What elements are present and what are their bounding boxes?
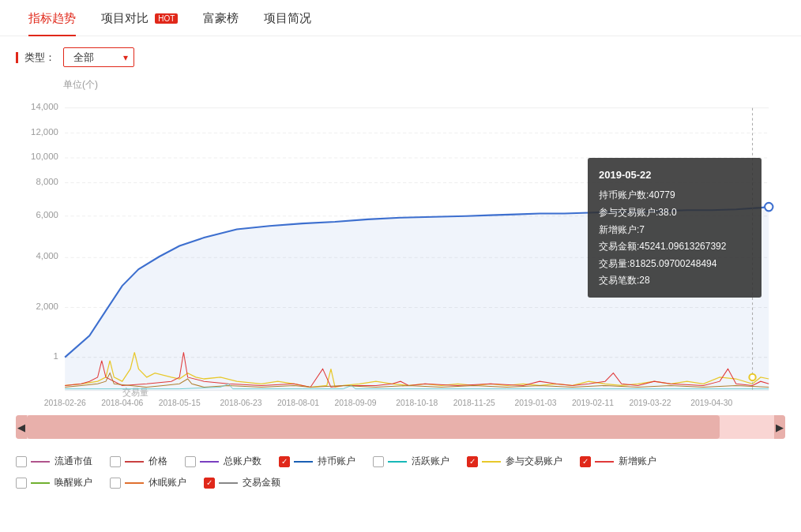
svg-text:6,000: 6,000 <box>36 210 58 219</box>
nav-label-overview: 项目简况 <box>264 11 311 24</box>
legend-label-active-accounts: 活跃账户 <box>412 455 449 468</box>
scroll-left-arrow[interactable]: ◀ <box>16 415 27 439</box>
legend-row-1: 流通市值 价格 总账户数 持币账户 活跃账户 参与 <box>16 455 785 468</box>
legend-label-total-accounts: 总账户数 <box>224 455 261 468</box>
svg-text:2,000: 2,000 <box>36 302 58 311</box>
svg-text:2019-01-03: 2019-01-03 <box>514 399 556 407</box>
nav-item-rich[interactable]: 富豪榜 <box>190 0 251 36</box>
legend-check-price[interactable] <box>110 456 121 467</box>
svg-text:2018-09-09: 2018-09-09 <box>335 399 377 407</box>
legend-line-market-cap <box>31 461 50 463</box>
svg-text:2018-11-25: 2018-11-25 <box>453 399 495 407</box>
svg-text:12,000: 12,000 <box>31 126 58 136</box>
scrollbar-thumb[interactable] <box>27 415 720 439</box>
legend-line-wake-accounts <box>31 482 50 484</box>
legend-check-new-accounts[interactable] <box>580 456 591 467</box>
svg-text:8,000: 8,000 <box>36 177 58 186</box>
legend-check-trade-amount[interactable] <box>204 478 215 489</box>
svg-text:4,000: 4,000 <box>36 251 58 260</box>
legend-line-price <box>125 461 144 463</box>
nav-label-rich: 富豪榜 <box>203 11 239 24</box>
chart-endpoint-dot <box>765 203 773 212</box>
nav-item-overview[interactable]: 项目简况 <box>251 0 324 36</box>
legend-item-total-accounts[interactable]: 总账户数 <box>185 455 261 468</box>
svg-text:10,000: 10,000 <box>31 152 58 161</box>
legend-check-sleep-accounts[interactable] <box>110 478 121 489</box>
legend-label-trade-accounts: 参与交易账户 <box>506 455 562 468</box>
legend-check-trade-accounts[interactable] <box>467 456 478 467</box>
nav-label-compare: 项目对比 <box>101 11 149 24</box>
legend-check-total-accounts[interactable] <box>185 456 196 467</box>
svg-text:14,000: 14,000 <box>31 102 58 111</box>
legend-line-active-accounts <box>388 461 407 463</box>
legend-label-wake-accounts: 唤醒账户 <box>55 476 92 489</box>
svg-text:2019-04-30: 2019-04-30 <box>690 399 732 407</box>
nav-item-indicators[interactable]: 指标趋势 <box>16 0 88 36</box>
main-chart-svg: 14,000 12,000 10,000 8,000 6,000 4,000 2… <box>16 95 785 410</box>
legend-item-sleep-accounts[interactable]: 休眠账户 <box>110 476 186 489</box>
svg-text:2018-08-01: 2018-08-01 <box>277 399 319 407</box>
svg-text:2018-02-26: 2018-02-26 <box>44 399 86 407</box>
legend-line-sleep-accounts <box>125 482 144 484</box>
svg-text:1: 1 <box>54 351 58 361</box>
legend-line-trade-accounts <box>482 461 501 463</box>
nav-badge-compare: HOT <box>155 13 178 24</box>
legend-row-2: 唤醒账户 休眠账户 交易金额 <box>16 476 785 489</box>
legend-label-price: 价格 <box>149 455 167 468</box>
svg-text:2018-06-23: 2018-06-23 <box>220 399 261 407</box>
top-navigation: 指标趋势 项目对比 HOT 富豪榜 项目简况 <box>0 0 801 36</box>
legend-item-wake-accounts[interactable]: 唤醒账户 <box>16 476 92 489</box>
legend-check-wake-accounts[interactable] <box>16 478 27 489</box>
type-select-wrapper: 全部 主流 平台 DeFi 其他 <box>63 47 134 67</box>
legend-label-market-cap: 流通市值 <box>55 455 92 468</box>
legend-item-new-accounts[interactable]: 新增账户 <box>580 455 656 468</box>
svg-text:2019-03-22: 2019-03-22 <box>630 399 671 407</box>
chart-container: 单位(个) 14,000 12,000 10,000 8,000 6,000 4… <box>0 78 801 410</box>
legend-label-new-accounts: 新增账户 <box>619 455 656 468</box>
chart-legend: 流通市值 价格 总账户数 持币账户 活跃账户 参与 <box>0 444 801 504</box>
chart-scrollbar: ◀ ▶ <box>16 415 785 439</box>
legend-check-active-accounts[interactable] <box>373 456 384 467</box>
scroll-right-arrow[interactable]: ▶ <box>774 415 785 439</box>
legend-label-trade-amount: 交易金额 <box>243 476 280 489</box>
legend-item-price[interactable]: 价格 <box>110 455 167 468</box>
legend-line-new-accounts <box>595 461 614 463</box>
legend-line-total-accounts <box>200 461 219 463</box>
legend-item-trade-accounts[interactable]: 参与交易账户 <box>467 455 562 468</box>
type-select[interactable]: 全部 主流 平台 DeFi 其他 <box>63 47 134 67</box>
chart-area: 14,000 12,000 10,000 8,000 6,000 4,000 2… <box>16 95 785 410</box>
legend-item-market-cap[interactable]: 流通市值 <box>16 455 92 468</box>
legend-line-hold-accounts <box>294 461 313 463</box>
legend-label-sleep-accounts: 休眠账户 <box>149 476 186 489</box>
svg-marker-17 <box>65 207 769 391</box>
chart-unit-label: 单位(个) <box>16 78 785 92</box>
legend-item-active-accounts[interactable]: 活跃账户 <box>373 455 449 468</box>
filter-label: 类型： <box>16 51 55 65</box>
legend-check-hold-accounts[interactable] <box>279 456 290 467</box>
legend-item-trade-amount[interactable]: 交易金额 <box>204 476 280 489</box>
legend-item-hold-accounts[interactable]: 持币账户 <box>279 455 355 468</box>
svg-text:2018-05-15: 2018-05-15 <box>159 399 201 407</box>
svg-text:2019-02-11: 2019-02-11 <box>572 399 614 407</box>
legend-check-market-cap[interactable] <box>16 456 27 467</box>
filter-bar: 类型： 全部 主流 平台 DeFi 其他 <box>0 36 801 78</box>
svg-point-31 <box>749 374 755 380</box>
nav-item-compare[interactable]: 项目对比 HOT <box>88 0 190 36</box>
svg-text:2018-10-18: 2018-10-18 <box>396 399 438 407</box>
legend-line-trade-amount <box>219 482 238 484</box>
legend-label-hold-accounts: 持币账户 <box>318 455 355 468</box>
svg-text:2018-04-06: 2018-04-06 <box>101 399 143 407</box>
nav-label-indicators: 指标趋势 <box>28 11 76 24</box>
